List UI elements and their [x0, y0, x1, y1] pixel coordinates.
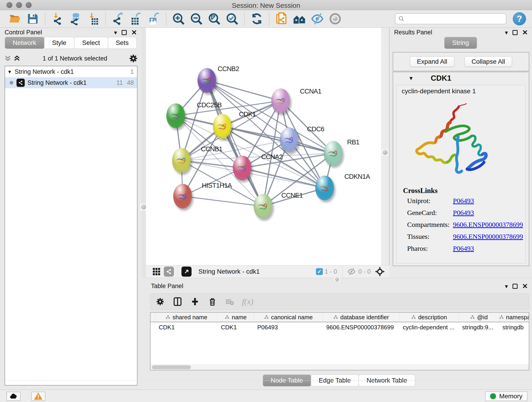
export-table-button[interactable] — [128, 12, 143, 26]
birds-eye-view-button[interactable] — [152, 267, 162, 277]
export-network-button[interactable] — [110, 12, 126, 26]
collection-count: 1 — [130, 68, 134, 75]
column-header-description[interactable]: description — [399, 313, 459, 322]
collapse-all-icon[interactable] — [3, 54, 12, 63]
delete-column-icon[interactable] — [207, 296, 218, 307]
network-collection-row[interactable]: ▾ String Network - cdk1 1 — [5, 66, 137, 77]
import-table-file-button[interactable] — [86, 12, 101, 26]
search-box[interactable] — [395, 13, 506, 24]
cloud-icon — [9, 392, 18, 401]
collapse-all-button[interactable]: Collapse All — [464, 56, 512, 67]
protein-section: ▾ CDK1 cyclin-dependent kinase 1 — [393, 72, 529, 266]
refresh-layout-button[interactable] — [249, 12, 264, 26]
zoom-out-button[interactable] — [189, 12, 204, 26]
column-header-database-identifier[interactable]: database identifier — [323, 313, 399, 322]
create-column-icon[interactable] — [190, 296, 200, 307]
cell-name[interactable]: CDK1 — [218, 324, 254, 331]
node-CDKN1A[interactable] — [315, 176, 334, 200]
tab-network[interactable]: Network — [5, 37, 44, 49]
tab-style[interactable]: Style — [44, 37, 74, 49]
network-options-gear-icon[interactable] — [128, 53, 138, 64]
panel-float-icon[interactable] — [513, 30, 518, 35]
network-view-canvas[interactable]: CCNB2CCNA1CDC25BCDK1CDC6RB1CCNB1CCNA2CDK… — [146, 28, 381, 265]
column-header-canonical-name[interactable]: canonical name — [254, 313, 323, 322]
node-HIST1H1A[interactable] — [173, 184, 192, 209]
column-header-namespace[interactable]: namespace — [499, 313, 529, 322]
network-overview-share-button[interactable] — [164, 267, 174, 277]
collection-expander-icon[interactable]: ▾ — [8, 69, 11, 75]
node-CCNE1[interactable] — [254, 194, 272, 219]
node-CCNB1[interactable] — [172, 148, 191, 173]
scrollbar-thumb[interactable] — [152, 365, 191, 369]
crosslink-link[interactable]: P06493 — [453, 245, 474, 252]
table-options-gear-icon[interactable] — [155, 296, 165, 307]
protein-section-header[interactable]: ▾ CDK1 — [393, 72, 529, 84]
left-panel-divider[interactable] — [142, 28, 146, 278]
network-row[interactable]: String Network - cdk1 11 48 — [5, 77, 137, 88]
crosslink-link[interactable]: P06493 — [453, 209, 474, 217]
export-image-button[interactable] — [146, 12, 161, 26]
warnings-button[interactable] — [31, 392, 45, 401]
hide-selected-button[interactable] — [310, 12, 325, 26]
node-CDC6[interactable] — [280, 128, 298, 152]
panel-menu-icon[interactable]: ▾ — [114, 30, 117, 36]
node-RB1[interactable] — [324, 141, 342, 166]
zoom-in-button[interactable] — [171, 12, 186, 26]
main-toolbar: ? — [0, 10, 532, 28]
cell-namespace[interactable]: stringdb — [499, 324, 529, 331]
column-header-shared-name[interactable]: shared name — [156, 313, 218, 322]
section-expander-icon[interactable]: ▾ — [410, 75, 412, 81]
tab-select[interactable]: Select — [74, 37, 108, 49]
import-network-file-button[interactable] — [50, 12, 65, 26]
search-input[interactable] — [405, 15, 501, 22]
table-row[interactable]: CDK1CDK1P064939606.ENSP00000378699cyclin… — [151, 322, 529, 332]
expand-all-icon[interactable] — [12, 54, 22, 63]
memory-button[interactable]: Memory — [485, 391, 527, 401]
crosslink-link[interactable]: P06493 — [453, 197, 474, 205]
right-divider-grip[interactable] — [381, 148, 389, 156]
save-session-button[interactable] — [25, 12, 40, 26]
node-CCNA2[interactable] — [233, 156, 252, 180]
cell-canonical-name[interactable]: P06493 — [254, 324, 323, 331]
node-CCNB2[interactable] — [197, 68, 216, 93]
panel-close-icon[interactable]: ✕ — [522, 29, 528, 36]
preview-eye-button[interactable] — [328, 12, 343, 26]
expand-all-button[interactable]: Expand All — [410, 56, 454, 67]
node-CDC25B[interactable] — [166, 103, 185, 128]
import-network-database-button[interactable] — [68, 12, 83, 26]
zoom-fit-button[interactable] — [207, 12, 222, 26]
column-header--id[interactable]: @id — [459, 313, 499, 322]
crosslink-link[interactable]: 9606.ENSP00000378699 — [453, 221, 523, 229]
show-columns-icon[interactable] — [172, 296, 183, 307]
column-header-name[interactable]: name — [218, 313, 254, 322]
open-session-button[interactable] — [7, 12, 22, 26]
crosslink-link[interactable]: 9606.ENSP00000378699 — [453, 233, 523, 240]
tab-string[interactable]: String — [444, 37, 477, 49]
panel-menu-icon[interactable]: ▾ — [505, 283, 508, 289]
string-protein-query-button[interactable] — [292, 12, 307, 26]
panel-float-icon[interactable] — [513, 284, 518, 289]
delete-table-icon[interactable] — [225, 296, 235, 307]
panel-menu-icon[interactable]: ▾ — [505, 30, 508, 36]
node-CCNA1[interactable] — [271, 89, 290, 113]
function-builder-icon[interactable]: f(x) — [242, 297, 253, 306]
node-CDK1[interactable] — [213, 114, 232, 139]
cell--id[interactable]: stringdb:9... — [459, 324, 499, 331]
cloud-status-button[interactable] — [6, 392, 21, 401]
zoom-selected-button[interactable] — [225, 12, 240, 26]
cell-database-identifier[interactable]: 9606.ENSP00000378699 — [323, 324, 399, 331]
panel-float-icon[interactable] — [122, 30, 127, 35]
detach-view-button[interactable] — [181, 267, 191, 277]
table-horizontal-scrollbar[interactable] — [151, 364, 529, 370]
tab-sets[interactable]: Sets — [108, 37, 137, 49]
help-button[interactable]: ? — [513, 12, 526, 26]
panel-close-icon[interactable]: ✕ — [131, 29, 137, 36]
cell-shared-name[interactable]: CDK1 — [156, 324, 218, 331]
panel-close-icon[interactable]: ✕ — [522, 283, 528, 290]
fit-selected-crosshair-button[interactable] — [375, 267, 385, 277]
string-document-button[interactable] — [274, 12, 289, 26]
selected-count-checkbox[interactable]: ✓ — [316, 268, 323, 275]
network-selection-status: 1 of 1 Network selected — [22, 55, 128, 62]
network-current-indicator — [10, 81, 13, 85]
cell-description[interactable]: cyclin-dependent ... — [399, 324, 459, 331]
